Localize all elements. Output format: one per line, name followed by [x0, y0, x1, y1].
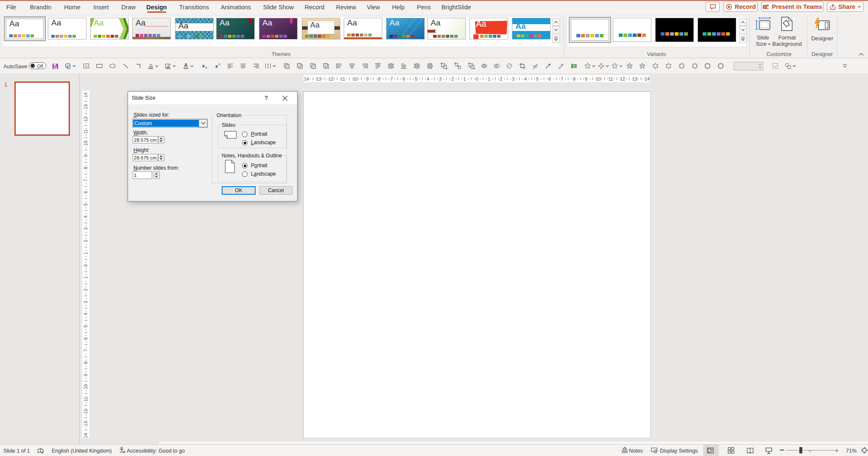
- svg-text:T: T: [764, 6, 766, 9]
- svg-text:x: x: [202, 63, 205, 68]
- svg-text:A: A: [184, 62, 188, 68]
- svg-text:x: x: [215, 64, 218, 69]
- svg-text:2: 2: [218, 62, 220, 66]
- svg-text:A: A: [85, 64, 87, 68]
- svg-text:2: 2: [205, 66, 207, 70]
